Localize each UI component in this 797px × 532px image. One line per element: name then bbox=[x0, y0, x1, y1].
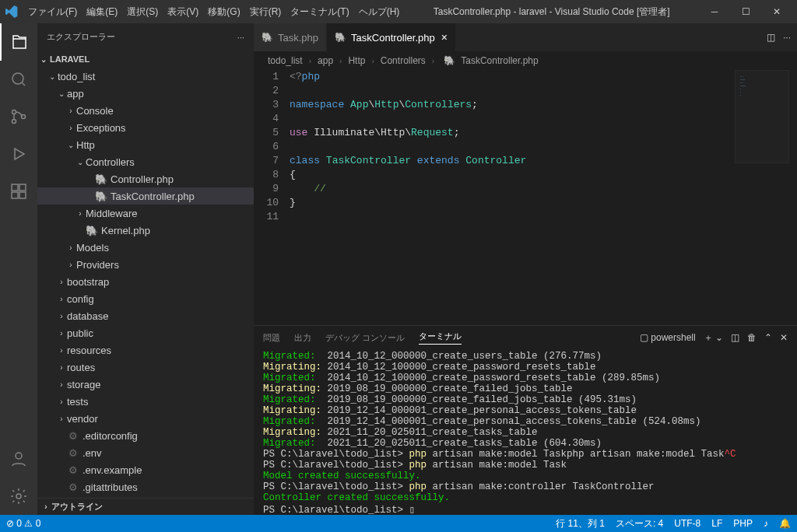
sidebar-header: エクスプローラー ··· bbox=[37, 23, 254, 51]
menu-item[interactable]: 選択(S) bbox=[122, 5, 163, 19]
maximize-button[interactable]: ☐ bbox=[730, 0, 761, 23]
breadcrumb-item[interactable]: Http bbox=[348, 55, 365, 66]
tree-row[interactable]: ⌄todo_list bbox=[37, 68, 254, 85]
sidebar-section-title[interactable]: ⌄ LARAVEL bbox=[37, 51, 254, 68]
gear-icon: ⚙ bbox=[67, 481, 79, 493]
tree-row[interactable]: ›vendor bbox=[37, 410, 254, 427]
terminal-output[interactable]: Migrated: 2014_10_12_000000_create_users… bbox=[254, 349, 797, 515]
editor-tab[interactable]: 🐘TaskController.php× bbox=[327, 23, 456, 51]
close-button[interactable]: ✕ bbox=[761, 0, 792, 23]
breadcrumb[interactable]: todo_list›app›Http›Controllers›🐘 TaskCon… bbox=[254, 51, 797, 70]
tree-row[interactable]: ›public bbox=[37, 324, 254, 341]
kill-terminal-icon[interactable]: 🗑 bbox=[747, 332, 757, 343]
menu-item[interactable]: 表示(V) bbox=[163, 5, 203, 19]
code-content[interactable]: <?php namespace App\Http\Controllers; us… bbox=[290, 70, 797, 325]
tree-row[interactable]: ›bootstrap bbox=[37, 273, 254, 290]
panel-tab[interactable]: 問題 bbox=[263, 332, 280, 344]
statusbar-item[interactable]: PHP bbox=[733, 518, 753, 529]
tree-row[interactable]: ⚙.env.example bbox=[37, 461, 254, 478]
sidebar-outline-row[interactable]: › アウトライン bbox=[37, 498, 254, 515]
tree-row[interactable]: 🐘TaskController.php bbox=[37, 187, 254, 205]
terminal-line: Controller created successfully. bbox=[263, 492, 788, 503]
chevron-down-icon: ⌄ bbox=[47, 72, 58, 81]
tree-row[interactable]: ⚙.editorconfig bbox=[37, 427, 254, 444]
menu-item[interactable]: ターミナル(T) bbox=[286, 5, 353, 19]
tree-row[interactable]: ⌄app bbox=[37, 85, 254, 102]
close-icon[interactable]: × bbox=[441, 31, 448, 44]
editor-body[interactable]: 1234567891011 <?php namespace App\Http\C… bbox=[254, 70, 797, 325]
terminal-line: Migrated: 2014_10_12_000000_create_users… bbox=[263, 351, 788, 362]
chevron-right-icon: › bbox=[56, 380, 67, 389]
menu-item[interactable]: ファイル(F) bbox=[23, 5, 82, 19]
activitybar-explorer[interactable] bbox=[0, 23, 37, 61]
activitybar-extensions[interactable] bbox=[0, 173, 37, 210]
breadcrumb-item[interactable]: 🐘 TaskController.php bbox=[441, 55, 539, 66]
tab-label: Task.php bbox=[278, 32, 318, 44]
statusbar-item[interactable]: LF bbox=[711, 518, 722, 529]
activitybar-search[interactable] bbox=[0, 61, 37, 98]
activitybar-run-debug[interactable] bbox=[0, 135, 37, 173]
chevron-right-icon: › bbox=[56, 363, 67, 372]
close-panel-icon[interactable]: ✕ bbox=[780, 332, 788, 343]
tree-row[interactable]: ⚙.gitattributes bbox=[37, 478, 254, 495]
breadcrumb-item[interactable]: app bbox=[318, 55, 333, 66]
maximize-panel-icon[interactable]: ⌃ bbox=[764, 332, 772, 343]
menu-item[interactable]: 移動(G) bbox=[203, 5, 244, 19]
chevron-right-icon: › bbox=[65, 261, 76, 269]
tree-row[interactable]: ⌄Controllers bbox=[37, 153, 254, 170]
tree-row[interactable]: ›routes bbox=[37, 359, 254, 376]
line-number-gutter: 1234567891011 bbox=[254, 70, 290, 325]
breadcrumb-item[interactable]: Controllers bbox=[381, 55, 426, 66]
tree-row[interactable]: ›Console bbox=[37, 102, 254, 119]
statusbar-item[interactable]: ⊘ 0 ⚠ 0 bbox=[6, 518, 40, 529]
tree-row[interactable]: ›tests bbox=[37, 393, 254, 410]
terminal-line: Migrating: 2019_12_14_000001_create_pers… bbox=[263, 405, 788, 416]
tree-row[interactable]: ⚙.env bbox=[37, 444, 254, 461]
panel-tab[interactable]: デバッグ コンソール bbox=[325, 332, 405, 344]
breadcrumb-item[interactable]: todo_list bbox=[268, 55, 303, 66]
new-terminal-icon[interactable]: ＋ ⌄ bbox=[704, 331, 723, 345]
statusbar-item[interactable]: UTF-8 bbox=[674, 518, 700, 529]
statusbar-item[interactable]: スペース: 4 bbox=[616, 518, 663, 529]
tree-row[interactable]: ›Providers bbox=[37, 256, 254, 273]
tree-row[interactable]: ›Middleware bbox=[37, 205, 254, 222]
terminal-line: PS C:\laravel\todo_list> php artisan mak… bbox=[263, 481, 788, 492]
tree-label: Http bbox=[76, 139, 95, 151]
tree-label: tests bbox=[67, 396, 88, 408]
terminal-line: Migrating: 2019_08_19_000000_create_fail… bbox=[263, 383, 788, 394]
panel-tab[interactable]: ターミナル bbox=[419, 331, 462, 345]
tree-row[interactable]: ⌄Http bbox=[37, 136, 254, 153]
activitybar-source-control[interactable] bbox=[0, 98, 37, 135]
file-tree: ⌄todo_list⌄app›Console›Exceptions⌄Http⌄C… bbox=[37, 68, 254, 498]
panel-shell-select[interactable]: ▢ powershell bbox=[640, 332, 696, 343]
activitybar-settings[interactable] bbox=[0, 478, 37, 515]
terminal-line: PS C:\laravel\todo_list> php artisan mak… bbox=[263, 460, 788, 471]
split-editor-icon[interactable]: ◫ bbox=[767, 32, 775, 43]
tree-row[interactable]: 🐘Controller.php bbox=[37, 170, 254, 187]
tree-row[interactable]: ›database bbox=[37, 307, 254, 324]
minimize-button[interactable]: ─ bbox=[699, 0, 730, 23]
activitybar-accounts[interactable] bbox=[0, 440, 37, 478]
tree-row[interactable]: ›Models bbox=[37, 239, 254, 256]
editor-tab[interactable]: 🐘Task.php bbox=[254, 23, 327, 51]
tree-row[interactable]: ›config bbox=[37, 290, 254, 307]
php-icon: 🐘 bbox=[335, 32, 346, 43]
statusbar-item[interactable]: 🔔 bbox=[779, 518, 791, 529]
statusbar-item[interactable]: ♪ bbox=[764, 518, 768, 529]
tree-row[interactable]: 🐘Kernel.php bbox=[37, 222, 254, 239]
menu-item[interactable]: 実行(R) bbox=[245, 5, 286, 19]
more-icon[interactable]: ··· bbox=[237, 33, 244, 42]
tree-label: resources bbox=[67, 345, 111, 356]
panel-tab[interactable]: 出力 bbox=[294, 332, 311, 344]
tree-label: Controller.php bbox=[111, 173, 174, 185]
tree-label: app bbox=[67, 88, 84, 100]
tree-row[interactable]: ›resources bbox=[37, 341, 254, 359]
more-icon[interactable]: ··· bbox=[783, 32, 791, 43]
tree-row[interactable]: ›storage bbox=[37, 376, 254, 393]
tree-row[interactable]: ›Exceptions bbox=[37, 119, 254, 136]
menu-item[interactable]: ヘルプ(H) bbox=[354, 5, 405, 19]
statusbar-item[interactable]: 行 11、列 1 bbox=[556, 518, 605, 529]
split-terminal-icon[interactable]: ◫ bbox=[731, 332, 739, 343]
minimap[interactable]: ▬▬ ▬▬▬▬▬▬▬▬▬▬▬▬▬▬▬▬▬▬ bbox=[735, 70, 789, 163]
menu-item[interactable]: 編集(E) bbox=[82, 5, 122, 19]
